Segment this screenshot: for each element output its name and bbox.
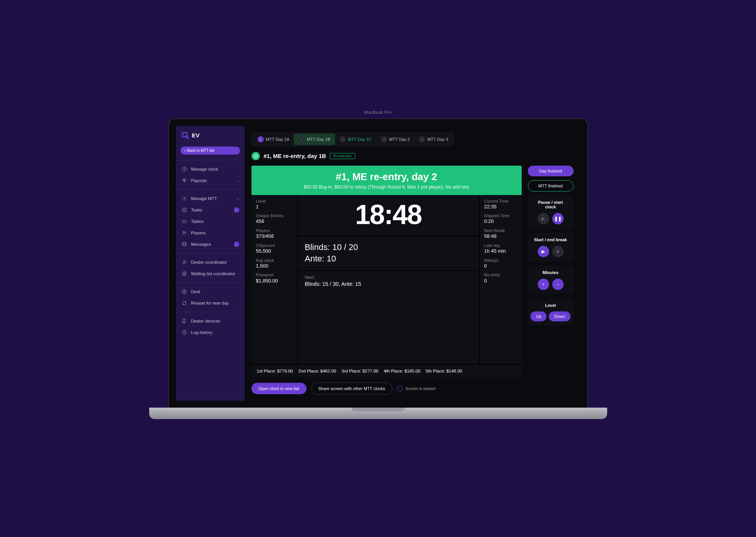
payout-item: 4th Place: $185.00 xyxy=(384,369,420,373)
blinds-line: Blinds: 10 / 20 xyxy=(305,242,472,253)
content-row: #1, ME re-entry, day 2 $50.00 Buy-in, $5… xyxy=(251,166,574,377)
stat-avg-stack: Avg stack1,500 xyxy=(256,258,293,269)
stat-value: 1 xyxy=(256,204,293,210)
back-label: Back to MTT list xyxy=(187,148,214,153)
tab-mtt-day-2[interactable]: →MTT Day 2 xyxy=(376,134,414,145)
sidebar-item-manage-clock[interactable]: Manage clock xyxy=(176,163,245,175)
stat-value: 1h 45 min xyxy=(484,248,517,254)
tab-mtt-day-3[interactable]: →MTT Day 3 xyxy=(414,134,453,145)
messages-icon xyxy=(181,241,187,247)
start-break-button[interactable]: ▶ xyxy=(538,246,549,257)
arrow-icon: → xyxy=(381,136,387,142)
banner: #1, ME re-entry, day 2 $50.00 Buy-in, $5… xyxy=(251,166,522,195)
tab-mtt-day-1a[interactable]: ✓MTT Day 1A xyxy=(253,134,294,145)
time-display: 18:48 xyxy=(355,199,421,230)
arrow-icon: → xyxy=(419,136,425,142)
dealer-icon xyxy=(181,259,187,265)
open-new-tab-button[interactable]: Open clock in new tab xyxy=(251,383,306,394)
sidebar-item-payouts[interactable]: Payouts⌄ xyxy=(176,175,245,186)
gear-icon xyxy=(181,195,187,202)
running-icon xyxy=(251,152,260,160)
pause-start-panel: Pause / start clock ▶ ❚❚ xyxy=(528,195,574,229)
nav-label: Reseat for new day xyxy=(191,301,229,305)
svg-point-14 xyxy=(184,322,184,322)
app-root: EV ‹ Back to MTT list Manage clockPayout… xyxy=(176,126,580,401)
break-panel: Start / end break ▶ ■ xyxy=(528,233,574,262)
svg-rect-6 xyxy=(182,220,186,223)
subtract-minute-button[interactable]: − xyxy=(552,279,564,290)
nav-label: Manage clock xyxy=(191,167,218,171)
stat-value: 0:20 xyxy=(484,218,517,224)
payout-item: 2nd Place: $462.00 xyxy=(298,369,336,373)
stat-value: 1,500 xyxy=(256,263,293,269)
nav-group: Dealer devicesLog history xyxy=(176,312,245,341)
level-up-button[interactable]: Up xyxy=(530,311,546,321)
sidebar-item-tables[interactable]: Tables xyxy=(176,216,245,227)
status-badge: RUNNING xyxy=(330,153,355,159)
tournament-header: #1, ME re-entry, day 1B RUNNING xyxy=(251,152,574,160)
sidebar-item-waiting-list-coordinator[interactable]: Waiting list coordinator xyxy=(176,268,245,279)
sidebar-item-log-history[interactable]: Log history xyxy=(176,327,245,338)
sidebar-item-dealer-devices[interactable]: Dealer devices xyxy=(176,315,245,327)
end-break-button[interactable]: ■ xyxy=(552,246,564,257)
payout-item: 5th Place: $148.00 xyxy=(426,369,462,373)
banner-title: #1, ME re-entry, day 2 xyxy=(258,171,515,183)
day-finished-button[interactable]: Day finished xyxy=(528,166,574,176)
players-icon xyxy=(181,230,187,236)
ante-line: Ante: 10 xyxy=(305,253,472,265)
nav-badge xyxy=(234,242,239,247)
level-panel: Level Up Down xyxy=(528,298,574,326)
sidebar-item-reseat-for-new-day[interactable]: Reseat for new day xyxy=(176,297,245,309)
level-title: Level xyxy=(532,303,569,308)
deal-icon xyxy=(181,289,187,295)
nav-group: Manage MTT⌄Tasks TablesPlayersMessages xyxy=(176,189,245,253)
play-clock-button[interactable]: ▶ xyxy=(538,213,549,224)
sidebar-item-dealer-coordinator[interactable]: Dealer coordinator xyxy=(176,256,245,268)
blinds-panel: Blinds: 10 / 20 Ante: 10 xyxy=(298,236,479,271)
play-icon: ▶ xyxy=(542,249,545,254)
laptop-brand-label: MacBook Pro xyxy=(364,110,392,114)
pause-start-title: Pause / start clock xyxy=(532,200,569,209)
plus-icon: + xyxy=(542,282,545,287)
stat-value: 0 xyxy=(484,278,517,284)
share-screen-button[interactable]: Share screen with other MTT clocks xyxy=(311,382,392,395)
svg-rect-5 xyxy=(182,208,186,211)
sidebar-item-tasks[interactable]: Tasks xyxy=(176,204,245,216)
tab-mtt-day-1c[interactable]: ↓MTT Day 1C xyxy=(335,134,376,145)
play-icon: ▶ xyxy=(542,216,545,221)
footer-row: Open clock in new tab Share screen with … xyxy=(251,382,574,395)
banner-subtitle: $50.00 Buy-in, $50.00 to rebuy (Through … xyxy=(258,184,515,190)
stat-label: Re-entry xyxy=(484,273,517,277)
sidebar-nav: Manage clockPayouts⌄Manage MTT⌄Tasks Tab… xyxy=(176,160,245,341)
back-to-list-button[interactable]: ‹ Back to MTT list xyxy=(181,147,240,155)
nav-group: Manage clockPayouts⌄ xyxy=(176,160,245,189)
svg-point-10 xyxy=(184,260,185,262)
sidebar-item-deal[interactable]: Deal xyxy=(176,286,245,297)
level-down-button[interactable]: Down xyxy=(549,311,570,321)
nav-label: Deal xyxy=(191,289,200,294)
nav-label: Dealer devices xyxy=(191,319,220,323)
next-label: Next xyxy=(305,275,472,280)
sidebar-item-players[interactable]: Players xyxy=(176,227,245,239)
tab-mtt-day-1b[interactable]: ↓MTT Day 1B xyxy=(294,134,335,145)
screen-shared-note: i Screen is shared xyxy=(397,385,435,392)
pause-clock-button[interactable]: ❚❚ xyxy=(552,213,564,224)
svg-point-4 xyxy=(184,198,185,199)
nav-label: Tables xyxy=(191,219,204,224)
add-minute-button[interactable]: + xyxy=(538,279,549,290)
sidebar-item-messages[interactable]: Messages xyxy=(176,239,245,250)
clock-grid: Level1Unique Entries456Players373/456Chi… xyxy=(251,195,522,364)
stat-value: 55,500 xyxy=(256,248,293,254)
tab-label: MTT Day 1C xyxy=(348,137,372,142)
laptop-mockup: EV ‹ Back to MTT list Manage clockPayout… xyxy=(168,118,588,419)
payouts-row: 1st Place: $778.002nd Place: $462.003rd … xyxy=(251,364,522,377)
tab-label: MTT Day 2 xyxy=(389,137,410,142)
minus-icon: − xyxy=(556,282,559,287)
sidebar: EV ‹ Back to MTT list Manage clockPayout… xyxy=(176,126,245,401)
mtt-finished-button[interactable]: MTT finished xyxy=(528,180,574,192)
tables-icon xyxy=(181,218,187,224)
stats-right: Current Time22:35Elapsed Time0:20Next Br… xyxy=(480,195,522,364)
svg-point-8 xyxy=(185,232,186,233)
sidebar-item-manage-mtt[interactable]: Manage MTT⌄ xyxy=(176,193,245,204)
tasks-icon xyxy=(181,207,187,213)
